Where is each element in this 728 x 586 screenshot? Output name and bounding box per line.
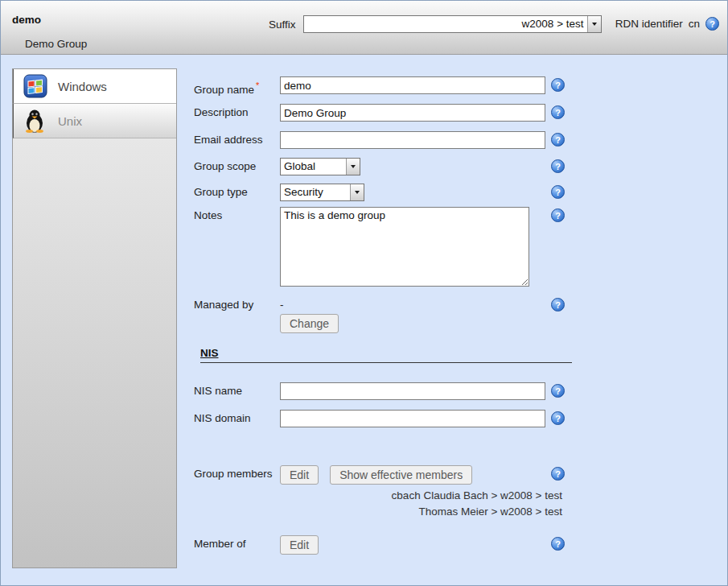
nis-section-header: NIS bbox=[200, 345, 572, 363]
tab-unix[interactable]: Unix bbox=[13, 104, 176, 138]
nis-domain-row: NIS domain ? bbox=[194, 410, 576, 427]
nis-domain-input[interactable] bbox=[280, 410, 545, 427]
group-scope-dropdown-button[interactable] bbox=[346, 159, 360, 175]
member-item: cbach Claudia Bach > w2008 > test bbox=[194, 488, 562, 504]
group-type-row: Group type Security ? bbox=[194, 184, 576, 201]
email-row: Email address ? bbox=[194, 131, 576, 149]
chevron-down-icon bbox=[351, 165, 356, 168]
managed-by-row: Managed by - ? bbox=[194, 296, 576, 314]
description-help-icon[interactable]: ? bbox=[551, 105, 565, 119]
managed-by-value: - bbox=[280, 296, 284, 314]
sidebar: Windows Unix bbox=[12, 68, 177, 568]
email-label: Email address bbox=[194, 131, 280, 149]
email-input[interactable] bbox=[280, 131, 545, 149]
notes-row: Notes This is a demo group ? bbox=[194, 207, 576, 287]
group-type-select[interactable]: Security bbox=[280, 184, 364, 201]
group-type-label: Group type bbox=[194, 184, 280, 201]
page-subtitle: Demo Group bbox=[25, 38, 87, 50]
group-type-help-icon[interactable]: ? bbox=[551, 185, 565, 199]
nis-name-label: NIS name bbox=[194, 382, 280, 400]
required-marker: * bbox=[256, 80, 259, 90]
show-effective-members-button[interactable]: Show effective members bbox=[330, 465, 472, 485]
chevron-down-icon bbox=[355, 191, 360, 194]
group-scope-row: Group scope Global ? bbox=[194, 158, 576, 175]
nis-name-row: NIS name ? bbox=[194, 382, 576, 400]
group-scope-help-icon[interactable]: ? bbox=[551, 159, 565, 173]
group-members-row: Group members Edit Show effective member… bbox=[194, 465, 576, 485]
email-help-icon[interactable]: ? bbox=[551, 133, 565, 146]
group-members-help-icon[interactable]: ? bbox=[551, 467, 565, 481]
page-title: demo bbox=[12, 14, 41, 26]
tab-unix-label: Unix bbox=[58, 114, 82, 128]
nis-name-input[interactable] bbox=[280, 382, 545, 400]
group-type-dropdown-button[interactable] bbox=[350, 184, 364, 200]
sidebar-fill bbox=[13, 138, 176, 567]
group-members-list: cbach Claudia Bach > w2008 > test Thomas… bbox=[194, 488, 562, 520]
form-content: Group name* ? Description ? Email addres… bbox=[194, 1, 576, 586]
chevron-down-icon bbox=[592, 23, 597, 26]
member-of-row: Member of Edit ? bbox=[194, 535, 576, 555]
notes-help-icon[interactable]: ? bbox=[551, 208, 565, 222]
rdn-identifier-value: cn bbox=[689, 18, 700, 30]
nis-domain-help-icon[interactable]: ? bbox=[551, 411, 565, 425]
managed-by-actions: Change bbox=[194, 314, 576, 333]
group-scope-select[interactable]: Global bbox=[280, 158, 360, 175]
description-row: Description ? bbox=[194, 104, 576, 122]
tab-windows-label: Windows bbox=[58, 80, 107, 93]
group-members-edit-button[interactable]: Edit bbox=[280, 465, 319, 485]
suffix-dropdown-button[interactable] bbox=[587, 16, 601, 32]
group-scope-label: Group scope bbox=[194, 158, 280, 175]
managed-by-help-icon[interactable]: ? bbox=[551, 298, 565, 312]
rdn-help-icon[interactable]: ? bbox=[705, 17, 719, 31]
group-name-help-icon[interactable]: ? bbox=[551, 78, 565, 92]
member-item: Thomas Meier > w2008 > test bbox=[194, 504, 562, 520]
nis-name-help-icon[interactable]: ? bbox=[551, 384, 565, 398]
group-name-input[interactable] bbox=[280, 76, 545, 94]
group-members-label: Group members bbox=[194, 465, 280, 483]
description-label: Description bbox=[194, 104, 280, 122]
tux-icon bbox=[23, 109, 47, 133]
nis-domain-label: NIS domain bbox=[194, 410, 280, 427]
member-of-help-icon[interactable]: ? bbox=[551, 537, 565, 551]
change-button[interactable]: Change bbox=[280, 314, 339, 333]
group-name-label: Group name* bbox=[194, 76, 280, 99]
notes-textarea[interactable]: This is a demo group bbox=[280, 207, 529, 287]
description-input[interactable] bbox=[280, 104, 545, 122]
group-type-value: Security bbox=[281, 184, 350, 200]
nis-section-title: NIS bbox=[200, 347, 219, 359]
rdn-identifier-label: RDN identifier bbox=[615, 18, 683, 30]
managed-by-label: Managed by bbox=[194, 296, 280, 314]
group-scope-value: Global bbox=[281, 159, 346, 175]
rdn-group: RDN identifier cn ? bbox=[615, 17, 719, 31]
group-edit-window: demo Demo Group Suffix w2008 > test RDN … bbox=[0, 0, 728, 586]
tab-windows[interactable]: Windows bbox=[13, 69, 176, 104]
windows-icon bbox=[23, 74, 47, 98]
member-of-edit-button[interactable]: Edit bbox=[280, 535, 319, 555]
notes-label: Notes bbox=[194, 207, 280, 225]
group-name-row: Group name* ? bbox=[194, 76, 576, 99]
member-of-label: Member of bbox=[194, 535, 280, 553]
